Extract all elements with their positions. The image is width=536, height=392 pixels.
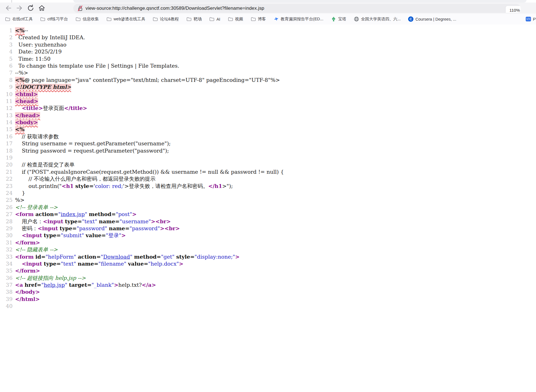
line-number: 5 [0,55,15,62]
bookmark-item[interactable]: 信息收集 [75,16,99,22]
code-segment: " [58,211,61,217]
bookmark-label: 教育漏洞报告平台(ED... [281,16,323,22]
back-button[interactable] [3,3,14,13]
code-segment: style= [75,183,94,189]
reload-button[interactable] [25,3,36,13]
code-segment: %> [15,197,25,203]
bookmark-label: 在线ctf工具 [12,16,33,22]
line-number: 19 [0,154,15,161]
code-text: Created by IntelliJ IDEA. [15,34,85,41]
code-text: <a href="help.jsp" target="_blank">help.… [15,281,156,288]
bookmark-item[interactable]: 靶场 [186,16,202,22]
line-number: 6 [0,62,15,69]
bookmark-label: ctf练习平台 [47,16,68,22]
line-number: 40 [0,303,15,310]
bookmark-item[interactable]: 在线ctf工具 [5,16,33,22]
code-line: 25%> [0,197,536,204]
line-number: 20 [0,161,15,168]
globe-icon [354,16,359,22]
bookmark-label: 论坛&教程 [160,16,179,22]
code-text: // 检查是否提交了表单 [15,161,75,168]
code-text: </form> [15,239,40,246]
forward-button[interactable] [14,3,25,13]
code-segment: User: yuzhenzhao [15,41,66,48]
line-number: 35 [0,267,15,274]
folder-icon [209,16,215,22]
line-number: 11 [0,98,15,105]
bookmark-item[interactable]: 博客 [251,16,266,22]
code-segment: <form [15,254,34,260]
code-text: String password = request.getParameter("… [15,147,169,154]
code-segment: "help.docx" [148,261,179,267]
code-line: 29 密码：<input type="password" name="passw… [0,225,536,232]
line-number: 23 [0,183,15,190]
code-segment: <!-- 隐藏表单 --> [15,246,58,253]
code-text: </head> [15,112,40,119]
browser-window: view-source:http://challenge.qsnctf.com:… [0,0,536,392]
address-bar[interactable]: view-source:http://challenge.qsnctf.com:… [73,4,521,13]
code-segment: </html> [15,296,40,302]
code-segment: Time: 11:50 [15,56,50,62]
insecure-lock-icon[interactable] [77,5,83,11]
source-link[interactable]: Download [103,254,130,260]
line-number: 12 [0,105,15,112]
code-text: } [15,190,25,197]
line-number: 25 [0,197,15,204]
code-text: To change this template use File | Setti… [15,62,179,69]
code-segment: <!-- 超链接指向 help.jsp --> [15,275,86,281]
code-segment: type= [44,261,61,267]
folder-icon [40,16,45,22]
source-link[interactable]: index.jsp [61,211,85,217]
bookmark-item[interactable]: 宝塔 [331,16,346,22]
code-segment: @ [25,77,30,83]
code-segment [15,105,22,111]
code-text: out.println("<h1 style='color: red;'>登录失… [15,183,233,190]
code-segment: -- [25,27,28,33]
line-number: 33 [0,253,15,260]
line-number: 1 [0,27,15,34]
code-line: 34 <input type="text" name="filename" va… [0,260,536,267]
bookmark-item[interactable]: web渗透在线工具 [106,16,145,22]
code-text: <!-- 超链接指向 help.jsp --> [15,275,86,281]
bookmark-item[interactable]: 全国大学英语四、六... [354,16,401,22]
code-segment: --%> [15,70,28,76]
bookmark-item[interactable]: 论坛&教程 [153,16,179,22]
code-segment: if ("POST".equalsIgnoreCase(request.getM… [15,169,284,175]
bookmark-label: web渗透在线工具 [114,16,145,22]
tab-separator [11,0,12,3]
code-segment: style= [176,254,195,260]
bookmark-item[interactable]: 教育漏洞报告平台(ED... [274,16,323,22]
code-segment: " [41,282,44,288]
code-text: --%> [15,69,28,76]
code-segment: <h1 [62,183,74,189]
code-segment: >"); [222,183,233,189]
code-segment: > [235,254,240,260]
code-line: 4 Date: 2025/2/19 [0,48,536,55]
bookmark-item[interactable]: ctf练习平台 [40,16,68,22]
line-number: 14 [0,119,15,126]
home-button[interactable] [36,3,47,13]
code-text: </body> [15,288,40,295]
code-segment: " [130,254,133,260]
code-text: <input type="text" name="filename" value… [15,260,183,267]
source-link[interactable]: help.jsp [44,282,65,288]
code-segment: </form> [15,239,40,246]
bookmark-label: 信息收集 [83,16,99,22]
code-line: 26<!-- 登录表单 --> [0,204,536,211]
bookmark-item[interactable]: </>PTA [526,16,536,22]
line-number: 17 [0,140,15,147]
code-segment: // 不论输入什么用户名和密码，都返回登录失败的提示 [15,176,155,182]
code-line: 13</head> [0,112,536,119]
url-text[interactable]: view-source:http://challenge.qsnctf.com:… [86,6,264,11]
source-code-view: 1<%--2 Created by IntelliJ IDEA.3 User: … [0,24,536,392]
forward-arrow-icon [16,4,23,12]
line-number: 39 [0,296,15,303]
code-segment: <input [22,232,42,238]
bookmark-item[interactable]: 视频 [228,16,243,22]
line-number: 8 [0,77,15,84]
code-text: 密码：<input type="password" name="password… [15,225,180,232]
zoom-level-badge[interactable]: 110% [505,6,521,13]
bookmark-item[interactable]: AI [209,16,220,22]
code-line: 1<%-- [0,27,536,34]
bookmark-item[interactable]: CCoursera | Degrees, ... [408,16,456,22]
